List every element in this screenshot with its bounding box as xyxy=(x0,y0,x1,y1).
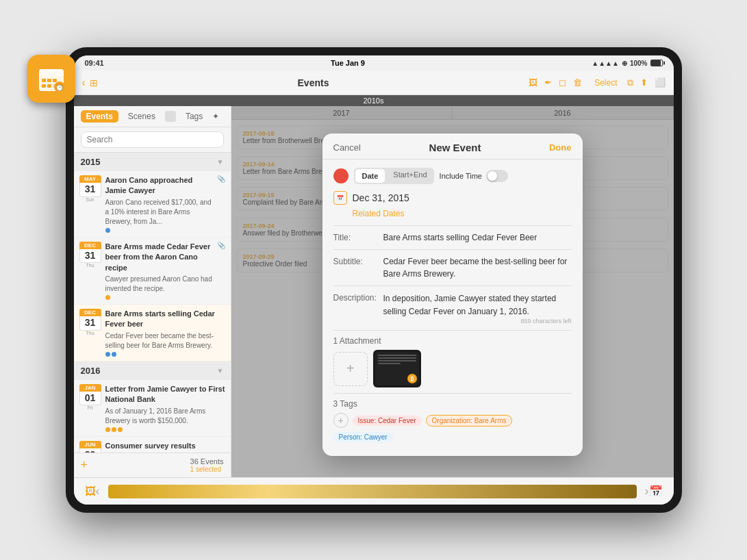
status-bar: 09:41 Tue Jan 9 ▲▲▲▲ ⊕ 100% xyxy=(74,55,674,71)
fullscreen-icon[interactable]: ⬜ xyxy=(655,77,666,88)
add-tag-button[interactable]: + xyxy=(333,413,349,428)
attachment-count: 1 Attachment xyxy=(333,336,572,346)
tags-row: + Issue: Cedar Fever Organization: Bare … xyxy=(333,413,572,442)
event-item[interactable]: DEC 31 Thu Bare Arms starts selling Ceda… xyxy=(74,305,231,361)
tab-tags[interactable]: Tags xyxy=(181,110,207,123)
search-input[interactable] xyxy=(81,131,224,148)
back-button[interactable]: ‹ xyxy=(82,77,86,89)
divider xyxy=(333,330,572,331)
event-count: 36 Events xyxy=(190,457,224,466)
events-list: 2015 ▼ MAY 31 Sun Aaron Cano approached … xyxy=(74,153,231,453)
calendar-small-icon[interactable]: 📅 xyxy=(333,191,347,205)
image-icon[interactable]: 🖼 xyxy=(529,77,537,88)
indicator-dot xyxy=(112,427,116,432)
event-date-box: MAY 31 Sun xyxy=(79,175,101,202)
bottom-nav: 🖼 ‹ › 📅 xyxy=(74,477,674,505)
event-text: Aaron Cano approached Jamie Cawyer Aaron… xyxy=(105,175,213,233)
svg-rect-2 xyxy=(42,79,46,82)
cancel-button[interactable]: Cancel xyxy=(333,142,361,153)
image-view-button[interactable]: 🖼 xyxy=(85,485,96,498)
divider xyxy=(333,393,572,394)
svg-text:🕐: 🕐 xyxy=(56,84,63,91)
add-event-button[interactable]: + xyxy=(81,458,88,472)
svg-rect-6 xyxy=(47,84,51,88)
title-label: Title: xyxy=(333,231,378,242)
event-text: Consumer survey results Cedar Fever beer… xyxy=(105,441,225,453)
date-display[interactable]: Dec 31, 2015 xyxy=(353,192,409,203)
battery-pct: 100% xyxy=(630,60,648,67)
app-toolbar: ‹ ⊞ Events 🖼 ✒ ◻ 🗑 Select ⧉ ⬆ ⬜ xyxy=(74,71,674,95)
tag-icon[interactable]: ✦ xyxy=(212,112,219,121)
year-header-2016: 2016 ▼ xyxy=(74,361,231,380)
event-item[interactable]: JAN 01 Fri Letter from Jamie Cawyer to F… xyxy=(74,380,231,437)
attachment-thumbnail[interactable]: ₿ xyxy=(373,350,421,387)
timeline-scrubber[interactable] xyxy=(108,485,637,498)
subtitle-field[interactable]: Cedar Fever beer became the best-selling… xyxy=(383,255,572,280)
attachment-items: + xyxy=(333,350,572,387)
select-button[interactable]: Select xyxy=(594,78,617,88)
sidebar-footer: + 36 Events 1 selected xyxy=(74,453,231,477)
sidebar-icon-1[interactable] xyxy=(165,111,176,122)
date-tabs: Date Start+End xyxy=(354,168,434,184)
event-item[interactable]: MAY 31 Sun Aaron Cano approached Jamie C… xyxy=(74,171,231,238)
new-event-modal: Cancel New Event Done Date Star xyxy=(322,133,583,456)
modal-overlay: Cancel New Event Done Date Star xyxy=(231,106,674,477)
description-row: Description: In deposition, Jamie Cawyer… xyxy=(333,292,572,324)
divider xyxy=(333,249,572,250)
description-field[interactable]: In deposition, Jamie Cawyer stated they … xyxy=(383,294,557,316)
date-tab-startend[interactable]: Start+End xyxy=(386,168,433,184)
divider xyxy=(333,225,572,226)
add-attachment-button[interactable]: + xyxy=(333,352,368,386)
app-icon[interactable]: 🕐 xyxy=(27,55,75,103)
svg-rect-1 xyxy=(39,69,64,76)
done-button[interactable]: Done xyxy=(549,142,572,153)
event-color-picker[interactable] xyxy=(333,168,349,183)
event-item[interactable]: JUN 30 Sat Consumer survey results Cedar… xyxy=(74,437,231,453)
prev-button[interactable]: ‹ xyxy=(96,484,100,498)
indicator-dot xyxy=(112,352,116,357)
timeline-area: 2017 2016 2017-08-18 Letter from Brother… xyxy=(231,106,674,477)
year-collapse-2016[interactable]: ▼ xyxy=(217,367,224,374)
date-tab-date[interactable]: Date xyxy=(355,169,385,183)
status-day: Tue Jan 9 xyxy=(331,59,365,67)
toolbar-icons: 🖼 ✒ ◻ 🗑 Select ⧉ ⬆ ⬜ xyxy=(529,77,665,88)
modal-title: New Event xyxy=(429,142,481,153)
year-header-2015: 2015 ▼ xyxy=(74,153,231,171)
clip-icon: 📎 xyxy=(217,242,225,249)
status-right: ▲▲▲▲ ⊕ 100% xyxy=(592,60,662,67)
grid-view-button[interactable]: ⊞ xyxy=(90,77,98,88)
tab-events[interactable]: Events xyxy=(81,110,118,123)
event-item[interactable]: DEC 31 Thu Bare Arms made Cedar Fever be… xyxy=(74,238,231,305)
window-icon[interactable]: ⧉ xyxy=(627,77,633,88)
title-row: Title: Bare Arms starts selling Cedar Fe… xyxy=(333,231,572,244)
subtitle-row: Subtitle: Cedar Fever beer became the be… xyxy=(333,255,572,280)
svg-rect-5 xyxy=(42,84,46,88)
pen-icon[interactable]: ✒ xyxy=(544,77,552,88)
include-time-toggle[interactable] xyxy=(486,170,508,182)
tag-person[interactable]: Person: Cawyer xyxy=(333,432,393,442)
timeline-era-label: 2010s xyxy=(364,97,384,105)
signal-icon: ▲▲▲▲ xyxy=(592,60,619,67)
svg-rect-4 xyxy=(53,79,57,82)
event-date-box: DEC 31 Thu xyxy=(79,309,101,335)
event-text: Bare Arms starts selling Cedar Fever bee… xyxy=(105,309,225,357)
sidebar: Events Scenes Tags ✦ 2015 ▼ xyxy=(74,106,231,477)
modal-body: Date Start+End Include Time 📅 xyxy=(322,160,583,456)
calendar-nav-icon[interactable]: 📅 xyxy=(649,485,663,498)
tag-organization[interactable]: Organization: Bare Arms xyxy=(426,415,513,427)
tag-issue[interactable]: Issue: Cedar Fever xyxy=(353,416,422,426)
trash-icon[interactable]: 🗑 xyxy=(573,77,582,88)
share-icon[interactable]: ⬆ xyxy=(640,77,648,88)
sidebar-tabs: Events Scenes Tags ✦ xyxy=(74,106,231,127)
event-date-box: JAN 01 Fri xyxy=(79,384,101,411)
year-collapse-2015[interactable]: ▼ xyxy=(217,158,224,166)
tags-section: 3 Tags + Issue: Cedar Fever Organization… xyxy=(333,399,572,442)
related-dates-button[interactable]: Related Dates xyxy=(353,209,572,218)
wifi-icon: ⊕ xyxy=(622,60,627,67)
eraser-icon[interactable]: ◻ xyxy=(559,77,566,88)
subtitle-label: Subtitle: xyxy=(333,255,378,266)
modal-header: Cancel New Event Done xyxy=(322,133,583,160)
title-field[interactable]: Bare Arms starts selling Cedar Fever Bee… xyxy=(383,231,572,244)
char-count: 859 characters left xyxy=(383,318,572,324)
tab-scenes[interactable]: Scenes xyxy=(124,110,160,123)
